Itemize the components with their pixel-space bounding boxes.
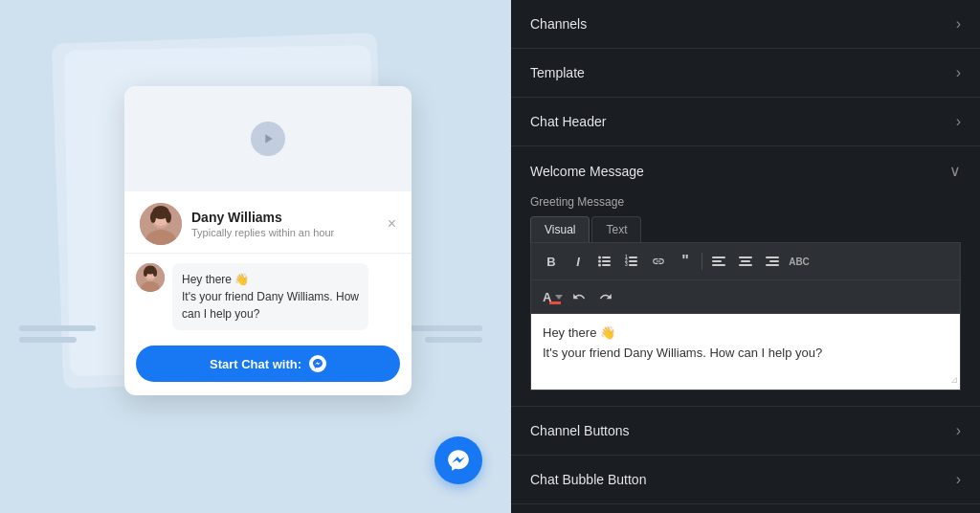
avatar: [140, 203, 182, 245]
svg-rect-32: [766, 256, 779, 258]
align-center-button[interactable]: [733, 249, 758, 274]
bold-button[interactable]: B: [539, 249, 564, 274]
bg-line-4: [425, 337, 482, 343]
svg-rect-30: [741, 260, 750, 262]
channel-buttons-label: Channel Buttons: [530, 423, 630, 438]
editor-line2: It's your friend Dany Williams. How can …: [543, 344, 948, 364]
svg-rect-26: [712, 256, 725, 258]
italic-button[interactable]: I: [566, 249, 590, 274]
agent-info-section: Dany Williams Typically replies within a…: [124, 191, 412, 254]
undo-button[interactable]: [567, 284, 591, 309]
editor-content[interactable]: Hey there 👋 It's your friend Dany Willia…: [530, 314, 961, 390]
bg-line-1: [19, 325, 96, 331]
toolbar-sep-1: [702, 253, 702, 270]
accordion-settings-header[interactable]: Settings ›: [511, 504, 980, 513]
accordion-chat-bubble-header[interactable]: Chat Bubble Button ›: [511, 456, 980, 503]
welcome-message-label: Welcome Message: [530, 164, 644, 179]
svg-point-18: [598, 260, 601, 263]
redo-button[interactable]: [593, 284, 618, 309]
accordion-channels-header[interactable]: Channels ›: [511, 0, 980, 48]
bg-line-2: [19, 337, 77, 343]
accordion-welcome-header[interactable]: Welcome Message ∨: [511, 146, 980, 195]
quote-button[interactable]: ": [673, 249, 698, 274]
channels-label: Channels: [530, 16, 587, 32]
accordion-template: Template ›: [511, 49, 980, 98]
svg-text:3: 3: [625, 261, 628, 267]
link-button[interactable]: [646, 249, 671, 274]
accordion-channel-buttons-header[interactable]: Channel Buttons ›: [511, 407, 980, 455]
channel-buttons-chevron-icon: ›: [956, 422, 961, 439]
unordered-list-button[interactable]: [592, 249, 617, 274]
chat-bubble-chevron-icon: ›: [956, 471, 961, 488]
agent-status: Typically replies within an hour: [191, 227, 378, 238]
chat-header-label: Chat Header: [530, 114, 606, 129]
svg-rect-28: [712, 264, 725, 266]
preview-video-area: [124, 86, 412, 191]
text-style-button[interactable]: ABC: [787, 249, 812, 274]
svg-rect-31: [739, 264, 752, 266]
agent-name: Dany Williams: [191, 210, 378, 225]
welcome-expanded-content: Greeting Message Visual Text B I 123: [511, 195, 980, 406]
svg-rect-27: [712, 260, 722, 262]
greeting-label: Greeting Message: [530, 195, 961, 209]
start-chat-button[interactable]: Start Chat with:: [136, 346, 400, 382]
chat-preview-card: Dany Williams Typically replies within a…: [124, 86, 412, 395]
preview-panel: Dany Williams Typically replies within a…: [0, 0, 511, 513]
editor-toolbar-row2: A: [530, 280, 961, 314]
svg-rect-33: [769, 260, 779, 262]
svg-point-17: [598, 256, 601, 259]
accordion-template-header[interactable]: Template ›: [511, 49, 980, 97]
agent-details: Dany Williams Typically replies within a…: [191, 210, 378, 238]
tab-visual[interactable]: Visual: [530, 216, 590, 242]
messenger-icon: [309, 355, 326, 372]
svg-rect-34: [766, 264, 779, 266]
accordion-channel-buttons: Channel Buttons ›: [511, 407, 980, 456]
message-avatar: [136, 263, 165, 292]
svg-rect-14: [602, 256, 611, 258]
chat-header-chevron-icon: ›: [956, 113, 961, 130]
editor-line1: Hey there 👋: [543, 323, 948, 344]
accordion-channels: Channels ›: [511, 0, 980, 49]
settings-panel: Channels › Template › Chat Header › Welc…: [511, 0, 980, 513]
align-left-button[interactable]: [706, 249, 731, 274]
svg-point-5: [150, 212, 156, 223]
accordion-settings: Settings ›: [511, 504, 980, 513]
svg-rect-29: [739, 256, 752, 258]
start-chat-label: Start Chat with:: [210, 357, 301, 371]
messenger-fab[interactable]: [434, 436, 482, 484]
editor-toolbar-row1: B I 123 ": [530, 243, 961, 280]
accordion-chat-header-header[interactable]: Chat Header ›: [511, 98, 980, 145]
font-color-button[interactable]: A: [539, 290, 565, 304]
svg-rect-21: [629, 260, 637, 262]
play-button-icon[interactable]: [251, 122, 285, 156]
svg-rect-22: [629, 264, 637, 266]
align-right-button[interactable]: [760, 249, 785, 274]
close-button[interactable]: ×: [388, 216, 396, 232]
svg-point-12: [153, 269, 157, 277]
editor-tabs: Visual Text: [530, 216, 961, 243]
bg-line-3: [406, 325, 482, 331]
message-area: Hey there 👋 It's your friend Dany Willia…: [124, 254, 412, 340]
svg-point-6: [166, 212, 171, 223]
resize-handle-icon: ⊿: [950, 372, 958, 388]
template-chevron-icon: ›: [956, 64, 961, 81]
chat-bubble-label: Chat Bubble Button: [530, 472, 646, 487]
message-bubble: Hey there 👋 It's your friend Dany Willia…: [172, 263, 368, 330]
template-label: Template: [530, 65, 585, 80]
svg-rect-20: [629, 256, 637, 258]
accordion-chat-bubble: Chat Bubble Button ›: [511, 456, 980, 504]
tab-text[interactable]: Text: [591, 216, 641, 242]
ordered-list-button[interactable]: 123: [619, 249, 644, 274]
accordion-welcome-message: Welcome Message ∨ Greeting Message Visua…: [511, 146, 980, 407]
channels-chevron-icon: ›: [956, 15, 961, 33]
svg-rect-15: [602, 260, 611, 262]
svg-point-19: [598, 264, 601, 267]
svg-rect-16: [602, 264, 611, 266]
welcome-chevron-icon: ∨: [949, 162, 961, 180]
accordion-chat-header: Chat Header ›: [511, 98, 980, 146]
svg-point-11: [144, 269, 147, 277]
